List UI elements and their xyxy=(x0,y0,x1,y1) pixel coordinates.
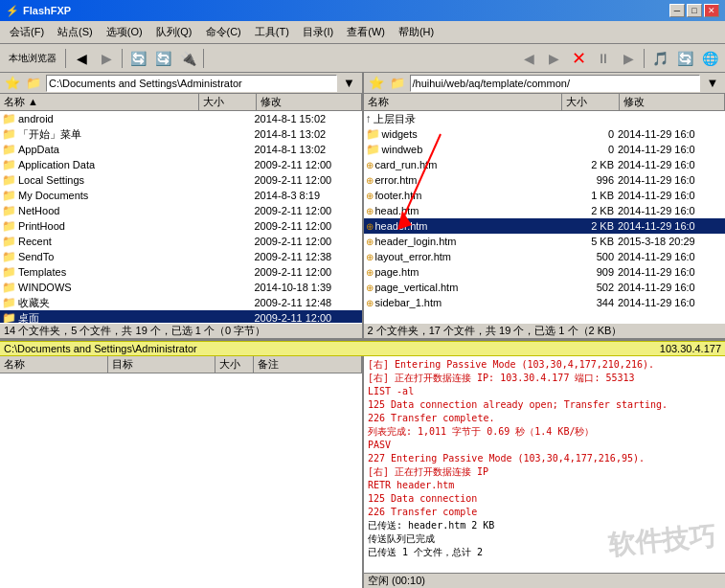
list-item[interactable]: ⊕error.htm 996 2014-11-29 16:0 xyxy=(364,172,726,188)
minimize-button[interactable]: ─ xyxy=(669,4,685,17)
list-item[interactable]: ⊕card_run.htm 2 KB 2014-11-29 16:0 xyxy=(364,157,726,172)
right-fwd[interactable]: ▶ xyxy=(542,48,565,69)
list-item[interactable]: ⊕sidebar_1.htm 344 2014-11-29 16:0 xyxy=(364,295,726,310)
list-item[interactable]: 📁My Documents 2014-8-3 8:19 xyxy=(0,188,362,203)
file-date: 2009-2-11 12:00 xyxy=(255,174,360,186)
menu-command[interactable]: 命令(C) xyxy=(200,23,247,41)
back-button[interactable]: ◀ xyxy=(70,48,93,69)
file-size: 2 KB xyxy=(560,159,618,170)
right-list-header: 名称 大小 修改 xyxy=(364,94,726,111)
left-address-bar[interactable]: C:\Documents and Settings\Administrator xyxy=(46,75,337,92)
refresh-left-button[interactable]: 🔄 xyxy=(126,48,149,69)
menu-help[interactable]: 帮助(H) xyxy=(393,23,440,41)
folder-icon: 📁 xyxy=(2,112,16,125)
browse-button[interactable]: 本地浏览器 xyxy=(4,48,61,69)
toolbar-btn-r5[interactable]: 🌐 xyxy=(698,48,721,69)
maximize-button[interactable]: □ xyxy=(687,4,702,17)
left-col-date[interactable]: 修改 xyxy=(257,94,362,110)
log-pane: [右] Entering Passive Mode (103,30,4,177,… xyxy=(364,356,725,588)
file-size: 344 xyxy=(560,297,618,308)
log-line: LIST -al xyxy=(368,385,721,398)
file-name: 📁Local Settings xyxy=(2,173,197,187)
log-content[interactable]: [右] Entering Passive Mode (103,30,4,177,… xyxy=(364,356,725,573)
list-item[interactable]: 📁Application Data 2009-2-11 12:00 xyxy=(0,157,362,172)
log-status-text: 空闲 (00:10) xyxy=(368,574,425,588)
htm-file-icon: ⊕ xyxy=(366,237,374,247)
menu-dir[interactable]: 目录(I) xyxy=(297,23,339,41)
list-item[interactable]: ⊕page.htm 909 2014-11-29 16:0 xyxy=(364,264,726,280)
status-ip: 103.30.4.177 xyxy=(660,343,721,354)
list-item[interactable]: ⊕header_login.htm 5 KB 2015-3-18 20:29 xyxy=(364,234,726,249)
menu-queue[interactable]: 队列(Q) xyxy=(150,23,198,41)
right-star-icon[interactable]: ⭐ xyxy=(368,75,385,92)
right-col-size[interactable]: 大小 xyxy=(562,94,620,110)
file-date: 2009-2-11 12:00 xyxy=(255,266,360,278)
htm-file-icon: ⊕ xyxy=(366,252,374,262)
right-back[interactable]: ◀ xyxy=(517,48,540,69)
list-item[interactable]: 📁Local Settings 2009-2-11 12:00 xyxy=(0,172,362,188)
toolbar-btn-r3[interactable]: 🎵 xyxy=(648,48,671,69)
list-item[interactable]: 📁WINDOWS 2014-10-18 1:39 xyxy=(0,280,362,295)
toolbar-btn-r4[interactable]: 🔄 xyxy=(673,48,696,69)
file-name: 📁WINDOWS xyxy=(2,281,197,294)
list-item[interactable]: 📁Templates 2009-2-11 12:00 xyxy=(0,264,362,280)
file-date: 2009-2-11 12:00 xyxy=(255,312,360,323)
log-line: [右] 正在打开数据连接 IP xyxy=(368,465,721,479)
list-item[interactable]: 📁桌面 2009-2-11 12:00 xyxy=(0,310,362,323)
file-name: 📁My Documents xyxy=(2,189,197,202)
list-item[interactable]: 📁「开始」菜单 2014-8-1 13:02 xyxy=(0,126,362,142)
list-item[interactable]: 📁SendTo 2009-2-11 12:38 xyxy=(0,249,362,264)
right-address-bar[interactable]: /huihui/web/aq/template/common/ xyxy=(410,75,701,92)
app-icon: ⚡ xyxy=(6,5,19,17)
right-folder-icon[interactable]: 📁 xyxy=(389,75,406,92)
list-item[interactable]: 📁Recent 2009-2-11 12:00 xyxy=(0,234,362,249)
list-item[interactable]: 📁PrintHood 2009-2-11 12:00 xyxy=(0,218,362,234)
close-button[interactable]: ✕ xyxy=(704,4,719,17)
connect-button[interactable]: 🔌 xyxy=(176,48,199,69)
menu-tools[interactable]: 工具(T) xyxy=(249,23,295,41)
list-item[interactable]: ⊕layout_error.htm 500 2014-11-29 16:0 xyxy=(364,249,726,264)
list-item[interactable]: ⊕header.htm 2 KB 2014-11-29 16:0 xyxy=(364,218,726,234)
left-col-size[interactable]: 大小 xyxy=(199,94,257,110)
right-dropdown-icon[interactable]: ▼ xyxy=(704,75,721,92)
right-col-date[interactable]: 修改 xyxy=(620,94,725,110)
left-dropdown-icon[interactable]: ▼ xyxy=(341,75,358,92)
left-col-name[interactable]: 名称 ▲ xyxy=(0,94,199,110)
left-star-icon[interactable]: ⭐ xyxy=(4,75,21,92)
queue-col-note[interactable]: 备注 xyxy=(254,356,362,373)
right-col-name[interactable]: 名称 xyxy=(364,94,563,110)
pause-button[interactable]: ⏸ xyxy=(592,48,615,69)
list-item[interactable]: ⊕head.htm 2 KB 2014-11-29 16:0 xyxy=(364,203,726,218)
list-item[interactable]: 📁android 2014-8-1 15:02 xyxy=(0,111,362,126)
left-folder-icon[interactable]: 📁 xyxy=(25,75,42,92)
queue-col-size[interactable]: 大小 xyxy=(215,356,254,373)
list-item[interactable]: ↑上层目录 xyxy=(364,111,726,126)
left-list-header: 名称 ▲ 大小 修改 xyxy=(0,94,362,111)
toolbar-btn-2[interactable]: ▶ xyxy=(95,48,118,69)
right-file-list[interactable]: ↑上层目录 📁widgets 0 2014-11-29 16:0 📁windwe… xyxy=(364,111,726,323)
menu-view[interactable]: 查看(W) xyxy=(341,23,391,41)
list-item[interactable]: 📁收藏夹 2009-2-11 12:48 xyxy=(0,295,362,310)
queue-col-target[interactable]: 目标 xyxy=(108,356,216,373)
folder-icon: 📁 xyxy=(2,173,16,187)
toolbar-btn-r2[interactable]: ▶ xyxy=(617,48,640,69)
left-pane: ⭐ 📁 C:\Documents and Settings\Administra… xyxy=(0,73,364,338)
list-item[interactable]: 📁windweb 0 2014-11-29 16:0 xyxy=(364,142,726,157)
left-file-list[interactable]: 📁android 2014-8-1 15:02 📁「开始」菜单 2014-8-1… xyxy=(0,111,362,323)
delete-button[interactable]: ✕ xyxy=(567,48,590,69)
menu-site[interactable]: 站点(S) xyxy=(52,23,99,41)
file-date: 2014-11-29 16:0 xyxy=(618,251,723,262)
file-name: 📁widgets xyxy=(366,127,561,141)
queue-list[interactable] xyxy=(0,373,362,588)
list-item[interactable]: ⊕page_vertical.htm 502 2014-11-29 16:0 xyxy=(364,280,726,295)
list-item[interactable]: 📁AppData 2014-8-1 13:02 xyxy=(0,142,362,157)
list-item[interactable]: 📁widgets 0 2014-11-29 16:0 xyxy=(364,126,726,142)
menu-session[interactable]: 会话(F) xyxy=(4,23,50,41)
log-line: 已传送 1 个文件，总计 2 xyxy=(368,546,721,559)
list-item[interactable]: 📁NetHood 2009-2-11 12:00 xyxy=(0,203,362,218)
refresh-right-button[interactable]: 🔄 xyxy=(151,48,174,69)
list-item[interactable]: ⊕footer.htm 1 KB 2014-11-29 16:0 xyxy=(364,188,726,203)
file-size: 909 xyxy=(560,266,618,278)
queue-col-name[interactable]: 名称 xyxy=(0,356,108,373)
menu-options[interactable]: 选项(O) xyxy=(101,23,148,41)
